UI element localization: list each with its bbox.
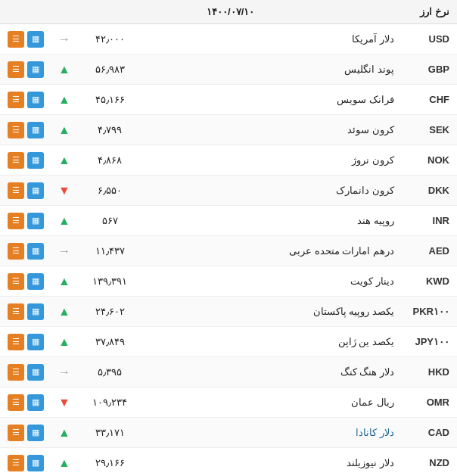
rss-icon[interactable]: ☰ [8,92,24,108]
trend-up-icon: ▲ [58,335,70,348]
currency-code: NZD [398,457,449,468]
chart-icon[interactable]: ▦ [27,152,44,169]
trend-arrow: ▲ [53,215,76,227]
action-icons: ▦ ☰ [8,455,53,471]
currency-name: دلار نیوزیلند [347,457,394,468]
table-row: AED درهم امارات متحده عربی ۱۱٫۴۳۷ → ▦ ☰ [0,236,457,266]
trend-arrow: ▲ [53,64,76,76]
rss-icon[interactable]: ☰ [8,303,24,320]
currency-name: کرون سوئد [347,124,394,135]
currency-value: ۳۷٫۸۴۹ [76,336,144,347]
currency-code: HKD [398,366,449,378]
currency-code: NOK [398,154,449,166]
currency-value: ۵۶٫۹۸۳ [76,64,144,75]
trend-up-icon: ▲ [58,123,70,136]
rss-icon[interactable]: ☰ [8,425,24,441]
trend-arrow: → [53,366,76,378]
rss-icon[interactable]: ☰ [8,182,24,199]
table-row: NOK کرون نروژ ۴٫۸۶۸ ▲ ▦ ☰ [0,145,457,176]
currency-code: PKR۱۰۰ [398,306,449,317]
table-row: INR روپیه هند ۵۶۷ ▲ ▦ ☰ [0,206,457,236]
currency-name-link[interactable]: دلار کانادا [356,427,394,438]
currency-code: JPY۱۰۰ [398,336,449,347]
rss-icon[interactable]: ☰ [8,334,24,350]
trend-arrow: → [53,33,76,45]
currency-value: ۴۲٫۰۰۰ [76,33,144,45]
rss-icon[interactable]: ☰ [8,273,24,290]
chart-icon[interactable]: ▦ [27,122,44,138]
currency-name: دلار هنگ کنگ [340,366,394,378]
trend-up-icon: ▲ [58,275,70,288]
chart-icon[interactable]: ▦ [27,61,44,78]
currency-name: ریال عمان [351,397,394,408]
trend-arrow: ▲ [53,306,76,318]
table-row: JPY۱۰۰ یکصد ین ژاپن ۳۷٫۸۴۹ ▲ ▦ ☰ [0,327,457,357]
currency-value: ۲۹٫۱۶۶ [76,457,144,468]
rss-icon[interactable]: ☰ [8,61,24,78]
chart-icon[interactable]: ▦ [27,92,44,108]
currency-name-cell: یکصد ین ژاپن [144,336,398,347]
trend-neutral-icon: → [58,33,70,45]
rss-icon[interactable]: ☰ [8,213,24,229]
currency-name-cell: دلار نیوزیلند [144,457,398,468]
rss-icon[interactable]: ☰ [8,243,24,260]
currency-value: ۴٫۸۶۸ [76,154,144,166]
action-icons: ▦ ☰ [8,182,53,199]
table-row: KWD دینار کویت ۱۳۹٫۳۹۱ ▲ ▦ ☰ [0,266,457,297]
table-row: GBP پوند انگلیس ۵۶٫۹۸۳ ▲ ▦ ☰ [0,54,457,85]
chart-icon[interactable]: ▦ [27,31,44,48]
trend-arrow: → [53,245,76,257]
currency-name-cell: دلار کانادا [144,427,398,438]
trend-down-icon: ▼ [58,396,70,409]
chart-icon[interactable]: ▦ [27,425,44,441]
action-icons: ▦ ☰ [8,92,53,108]
table-row: CAD دلار کانادا ۳۳٫۱۷۱ ▲ ▦ ☰ [0,418,457,448]
trend-down-icon: ▼ [58,184,70,197]
chart-icon[interactable]: ▦ [27,273,44,290]
chart-icon[interactable]: ▦ [27,213,44,229]
currency-name-cell: روپیه هند [144,215,398,226]
action-icons: ▦ ☰ [8,425,53,441]
chart-icon[interactable]: ▦ [27,243,44,260]
rss-icon[interactable]: ☰ [8,152,24,169]
trend-arrow: ▲ [53,336,76,348]
chart-icon[interactable]: ▦ [27,455,44,471]
table-row: NZD دلار نیوزیلند ۲۹٫۱۶۶ ▲ ▦ ☰ [0,448,457,476]
action-icons: ▦ ☰ [8,152,53,169]
trend-arrow: ▼ [53,397,76,409]
action-icons: ▦ ☰ [8,334,53,350]
rss-icon[interactable]: ☰ [8,31,24,48]
trend-neutral-icon: → [58,244,70,257]
currency-value: ۳۳٫۱۷۱ [76,427,144,438]
chart-icon[interactable]: ▦ [27,182,44,199]
rss-icon[interactable]: ☰ [8,394,24,411]
currency-name-cell: دلار آمریکا [144,33,398,45]
currency-name-cell: پوند انگلیس [144,64,398,75]
currency-name: درهم امارات متحده عربی [289,245,394,257]
chart-icon[interactable]: ▦ [27,334,44,350]
currency-name: دلار آمریکا [352,33,394,45]
chart-icon[interactable]: ▦ [27,303,44,320]
currency-name-cell: دینار کویت [144,275,398,287]
table-row: OMR ریال عمان ۱۰۹٫۲۳۴ ▼ ▦ ☰ [0,387,457,418]
rss-icon[interactable]: ☰ [8,122,24,138]
currency-value: ۵۶۷ [76,215,144,226]
currency-name: فرانک سویس [337,94,394,105]
table-row: USD دلار آمریکا ۴۲٫۰۰۰ → ▦ ☰ [0,24,457,54]
trend-up-icon: ▲ [58,63,70,76]
action-icons: ▦ ☰ [8,273,53,290]
table-row: PKR۱۰۰ یکصد روپیه پاکستان ۲۴٫۶۰۲ ▲ ▦ ☰ [0,297,457,327]
currency-value: ۵٫۳۹۵ [76,366,144,378]
currency-name-cell: فرانک سویس [144,94,398,105]
currency-name-cell: درهم امارات متحده عربی [144,245,398,257]
action-icons: ▦ ☰ [8,61,53,78]
chart-icon[interactable]: ▦ [27,364,44,381]
currency-value: ۲۴٫۶۰۲ [76,306,144,317]
currency-name-cell: یکصد روپیه پاکستان [144,306,398,317]
action-icons: ▦ ☰ [8,122,53,138]
table-header: نرخ ارز ۱۴۰۰/۰۷/۱۰ [0,0,457,24]
chart-icon[interactable]: ▦ [27,394,44,411]
rss-icon[interactable]: ☰ [8,364,24,381]
rss-icon[interactable]: ☰ [8,455,24,471]
currency-value: ۱۳۹٫۳۹۱ [76,275,144,287]
